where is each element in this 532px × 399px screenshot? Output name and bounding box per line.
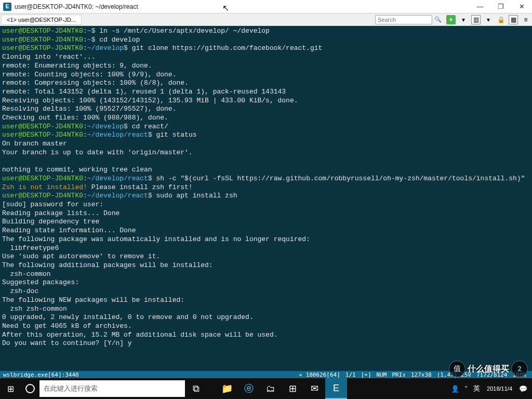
terminal-line: The following package was automatically … [2, 235, 530, 244]
terminal-line: [sudo] password for user: [2, 201, 530, 209]
terminal-line: Reading package lists... Done [2, 209, 530, 218]
terminal-line: Resolving deltas: 100% (95527/95527), do… [2, 105, 530, 114]
terminal-line: user@DESKTOP-JD4NTK0:~$ ln -s /mnt/c/Use… [2, 27, 530, 36]
taskbar: ⊞ 在此键入进行搜索 ⧉ 📁 ⓔ 🗂 ⊞ ✉ E 👤 ˄ 英 2018/11/4… [0, 378, 532, 399]
taskbar-folder-icon[interactable]: 📁 [216, 378, 238, 399]
status-mem: 7172/8124 [476, 371, 508, 378]
app-icon: E [3, 3, 11, 11]
search-icon[interactable]: 🔍 [433, 15, 443, 24]
layout-icon[interactable]: ▥ [471, 15, 481, 24]
start-button[interactable]: ⊞ [0, 378, 21, 399]
terminal-line: Use 'sudo apt autoremove' to remove it. [2, 252, 530, 261]
terminal-line: remote: Compressing objects: 100% (8/8),… [2, 79, 530, 88]
list-icon[interactable]: ≡ [521, 15, 530, 24]
terminal-line: nothing to commit, working tree clean [2, 166, 530, 175]
terminal-line: The following additional packages will b… [2, 261, 530, 270]
terminal-line: Reading state information... Done [2, 227, 530, 235]
window-controls: — ❐ ✕ [470, 0, 532, 14]
tray-datetime[interactable]: 2018/11/4 [487, 385, 512, 392]
status-pages: 1/1 [345, 371, 356, 378]
terminal-line: Zsh is not installed! Please install zsh… [2, 183, 530, 192]
terminal-line: user@DESKTOP-JD4NTK0:~/develop$ cd react… [2, 123, 530, 131]
taskbar-store-icon[interactable]: ⊞ [282, 378, 303, 399]
new-tab-button[interactable]: + [446, 15, 456, 24]
terminal-line: remote: Total 143152 (delta 1), reused 1… [2, 88, 530, 97]
terminal-line: remote: Counting objects: 100% (9/9), do… [2, 71, 530, 79]
terminal-line: user@DESKTOP-JD4NTK0:~$ cd develop [2, 36, 530, 45]
terminal-line [2, 157, 530, 166]
terminal-line: Suggested packages: [2, 278, 530, 287]
taskbar-mail-icon[interactable]: ✉ [303, 378, 325, 399]
terminal-line: user@DESKTOP-JD4NTK0:~/develop/react$ sh… [2, 175, 530, 183]
search-input[interactable] [375, 15, 432, 24]
taskbar-explorer-icon[interactable]: 🗂 [260, 378, 282, 399]
status-num: NUM [377, 371, 387, 378]
status-bar: wslbridge.exe[64]:3440 « 180626[64] 1/1 … [0, 371, 532, 378]
terminal-area[interactable]: user@DESKTOP-JD4NTK0:~$ ln -s /mnt/c/Use… [0, 26, 532, 371]
taskbar-edge-icon[interactable]: ⓔ [238, 378, 260, 399]
dropdown-icon[interactable]: ▾ [459, 15, 468, 24]
taskbar-search[interactable]: 在此键入进行搜索 [39, 380, 185, 397]
terminal-line: After this operation, 15.2 MB of additio… [2, 331, 530, 340]
terminal-line: Your branch is up to date with 'origin/m… [2, 149, 530, 157]
close-button[interactable]: ✕ [511, 0, 532, 14]
terminal-line: zsh-doc [2, 287, 530, 296]
status-pct: 100% [513, 371, 527, 378]
lock-icon[interactable]: 🔒 [496, 15, 506, 24]
terminal-line: Checking out files: 100% (988/988), done… [2, 114, 530, 123]
maximize-button[interactable]: ❐ [490, 0, 511, 14]
status-plus: [+] [361, 371, 371, 378]
terminal-line: user@DESKTOP-JD4NTK0:~/develop/react$ su… [2, 192, 530, 201]
window-title: user@DESKTOP-JD4NTK0: ~/develop/react [15, 3, 470, 10]
terminal-line: Do you want to continue? [Y/n] y [2, 339, 530, 348]
terminal-line: Cloning into 'react'... [2, 53, 530, 62]
terminal-line: Need to get 4065 kB of archives. [2, 322, 530, 331]
task-view-icon[interactable]: ⧉ [185, 378, 207, 399]
notifications-icon[interactable]: 💬 [519, 385, 527, 393]
status-process: wslbridge.exe[64]:3440 [3, 371, 296, 378]
title-bar: E user@DESKTOP-JD4NTK0: ~/develop/react … [0, 0, 532, 14]
terminal-line: remote: Enumerating objects: 9, done. [2, 62, 530, 71]
cortana-icon[interactable] [21, 379, 39, 398]
terminal-line: Building dependency tree [2, 218, 530, 227]
ime-icon[interactable]: 英 [473, 384, 480, 393]
tab-1[interactable]: <1> user@DESKTOP-JD... [1, 15, 82, 25]
menu-dropdown-icon[interactable]: ▾ [484, 15, 493, 24]
status-pri: PRI↕ [392, 371, 406, 378]
taskbar-terminal-icon[interactable]: E [325, 378, 347, 399]
terminal-line: The following NEW packages will be insta… [2, 296, 530, 305]
terminal-line: 0 upgraded, 2 newly installed, 0 to remo… [2, 313, 530, 322]
terminal-line: user@DESKTOP-JD4NTK0:~/develop/react$ gi… [2, 131, 530, 140]
terminal-line: On branch master [2, 140, 530, 149]
minimize-button[interactable]: — [470, 0, 490, 14]
terminal-line: user@DESKTOP-JD4NTK0:~/develop$ git clon… [2, 44, 530, 53]
terminal-line: libfreetype6 [2, 244, 530, 253]
system-tray: 👤 ˄ 英 2018/11/4 💬 [448, 384, 532, 393]
terminal-line: zsh-common [2, 270, 530, 279]
tab-bar: <1> user@DESKTOP-JD... 🔍 + ▾ ▥ ▾ 🔒 ▦ ≡ [0, 14, 532, 26]
status-pos: (1,47) 25V [437, 371, 471, 378]
grid-icon[interactable]: ▦ [509, 15, 518, 24]
tray-up-icon[interactable]: ˄ [464, 385, 468, 393]
terminal-line: zsh zsh-common [2, 305, 530, 314]
terminal-line: Receiving objects: 100% (143152/143152),… [2, 97, 530, 105]
status-session: « 180626[64] [299, 371, 340, 378]
status-size: 127x38 [411, 371, 432, 378]
people-icon[interactable]: 👤 [451, 385, 459, 393]
